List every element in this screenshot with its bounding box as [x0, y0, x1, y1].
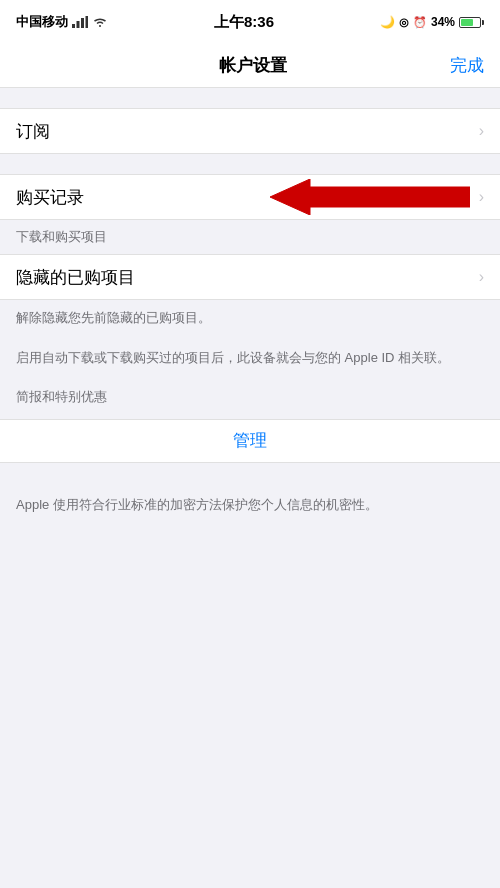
subscription-label: 订阅 — [16, 120, 50, 143]
battery-percent: 34% — [431, 15, 455, 29]
purchase-history-row[interactable]: 购买记录 › — [0, 175, 500, 219]
svg-rect-1 — [77, 21, 80, 28]
status-left: 中国移动 — [16, 13, 108, 31]
subscription-chevron: › — [479, 122, 484, 140]
nav-title: 帐户设置 — [219, 54, 287, 77]
hidden-purchases-row[interactable]: 隐藏的已购项目 › — [0, 255, 500, 299]
hidden-purchases-section: 隐藏的已购项目 › — [0, 254, 500, 300]
download-title: 下载和购买项目 — [16, 229, 107, 244]
separator-1 — [0, 88, 500, 108]
auto-download-desc-text: 启用自动下载或下载购买过的项目后，此设备就会与您的 Apple ID 相关联。 — [16, 350, 450, 365]
nav-bar: 帐户设置 完成 — [0, 44, 500, 88]
svg-marker-4 — [270, 179, 470, 215]
status-time: 上午8:36 — [214, 13, 274, 32]
purchase-history-label: 购买记录 — [16, 186, 84, 209]
subscription-row[interactable]: 订阅 › — [0, 109, 500, 153]
signal-icon — [72, 16, 88, 28]
svg-rect-0 — [72, 24, 75, 28]
manage-section: 管理 — [0, 419, 500, 463]
done-button[interactable]: 完成 — [450, 54, 484, 77]
newsletter-title: 简报和特别优惠 — [0, 379, 500, 419]
location-icon: ◎ — [399, 16, 409, 29]
hidden-purchases-chevron: › — [479, 268, 484, 286]
download-section-text: 下载和购买项目 — [0, 220, 500, 254]
separator-2 — [0, 154, 500, 174]
footer-text: Apple 使用符合行业标准的加密方法保护您个人信息的机密性。 — [16, 495, 484, 515]
red-arrow-annotation — [270, 179, 470, 215]
separator-3 — [0, 463, 500, 483]
alarm-icon: ⏰ — [413, 16, 427, 29]
status-right: 🌙 ◎ ⏰ 34% — [380, 15, 484, 29]
hidden-purchases-label: 隐藏的已购项目 — [16, 266, 135, 289]
newsletter-title-text: 简报和特别优惠 — [16, 389, 107, 404]
manage-button[interactable]: 管理 — [233, 429, 267, 452]
svg-rect-2 — [81, 18, 84, 28]
wifi-icon — [92, 16, 108, 28]
footer-section: Apple 使用符合行业标准的加密方法保护您个人信息的机密性。 — [0, 483, 500, 527]
purchase-history-chevron: › — [479, 188, 484, 206]
carrier-label: 中国移动 — [16, 13, 68, 31]
auto-download-desc: 启用自动下载或下载购买过的项目后，此设备就会与您的 Apple ID 相关联。 — [0, 340, 500, 380]
subscription-section: 订阅 › — [0, 108, 500, 154]
moon-icon: 🌙 — [380, 15, 395, 29]
svg-rect-3 — [86, 16, 89, 28]
purchase-history-section: 购买记录 › — [0, 174, 500, 220]
hidden-purchases-desc-text: 解除隐藏您先前隐藏的已购项目。 — [16, 310, 211, 325]
battery-icon — [459, 17, 484, 28]
hidden-purchases-desc: 解除隐藏您先前隐藏的已购项目。 — [0, 300, 500, 340]
status-bar: 中国移动 上午8:36 🌙 ◎ ⏰ 34% — [0, 0, 500, 44]
